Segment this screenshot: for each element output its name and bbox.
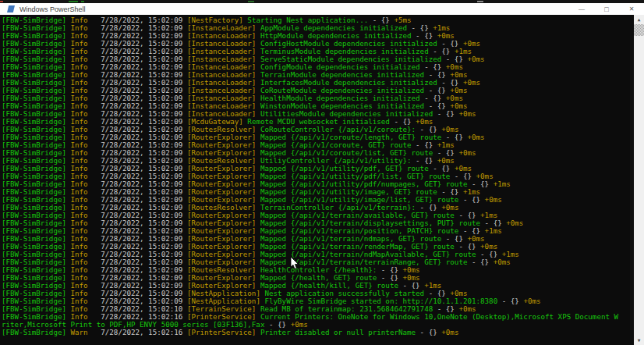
scrollbar[interactable]: ▲ ▼	[634, 15, 644, 345]
scroll-down-icon: ▼	[638, 336, 641, 345]
scroll-up-button[interactable]: ▲	[634, 15, 644, 24]
log-duration: +0ms	[463, 133, 485, 141]
log-message: Current Printers: OneNote for Windows 10…	[256, 312, 618, 321]
close-icon: ✕	[629, 5, 635, 12]
log-duration: +0ms	[519, 297, 541, 305]
titlebar[interactable]: Windows PowerShell — □ ✕	[0, 3, 644, 15]
log-duration: +1ms	[489, 180, 511, 188]
window-controls: — □ ✕	[569, 3, 644, 15]
log-separator: - {}	[458, 195, 480, 204]
background-speck	[477, 1, 483, 2]
log-duration: +0ms	[463, 55, 485, 63]
background-speck	[69, 1, 78, 2]
log-duration: +0ms	[489, 258, 511, 266]
log-level: Warn	[66, 328, 101, 336]
log-separator: - {}	[416, 328, 437, 336]
close-button[interactable]: ✕	[619, 3, 644, 15]
scrollbar-thumb[interactable]	[634, 24, 644, 36]
powershell-window: Windows PowerShell — □ ✕ [FBW-SimBridge]…	[0, 0, 644, 345]
log-source: [FBW-SimBridge]	[2, 328, 66, 336]
minimize-button[interactable]: —	[569, 3, 594, 15]
console-log: [FBW-SimBridge] Info 7/28/2022, 15:02:09…	[0, 15, 634, 345]
log-separator: - {}	[467, 258, 489, 266]
log-duration: +0ms	[455, 109, 476, 118]
maximize-icon: □	[604, 5, 608, 13]
maximize-button[interactable]: □	[594, 3, 619, 15]
background-speck	[248, 1, 254, 2]
scroll-up-icon: ▲	[638, 15, 641, 24]
log-separator: - {}	[497, 297, 519, 305]
log-duration: +0ms	[502, 219, 524, 227]
log-timestamp: 7/28/2022, 15:02:16	[101, 328, 182, 336]
window-title: Windows PowerShell	[19, 5, 86, 13]
log-duration: +0ms	[480, 195, 502, 204]
log-message: Printer disabled or null printerName	[256, 328, 416, 336]
background-speck	[0, 1, 3, 2]
log-duration: +0ms	[455, 148, 476, 157]
scroll-down-button[interactable]: ▼	[634, 336, 644, 345]
log-separator: - {}	[433, 109, 455, 118]
background-speck	[81, 1, 84, 2]
log-context: [PrinterService]	[182, 328, 256, 336]
log-line: [FBW-SimBridge] Warn 7/28/2022, 15:02:16…	[2, 329, 634, 336]
log-duration: +0ms	[437, 328, 459, 336]
minimize-icon: —	[579, 5, 585, 12]
powershell-icon	[7, 5, 15, 12]
